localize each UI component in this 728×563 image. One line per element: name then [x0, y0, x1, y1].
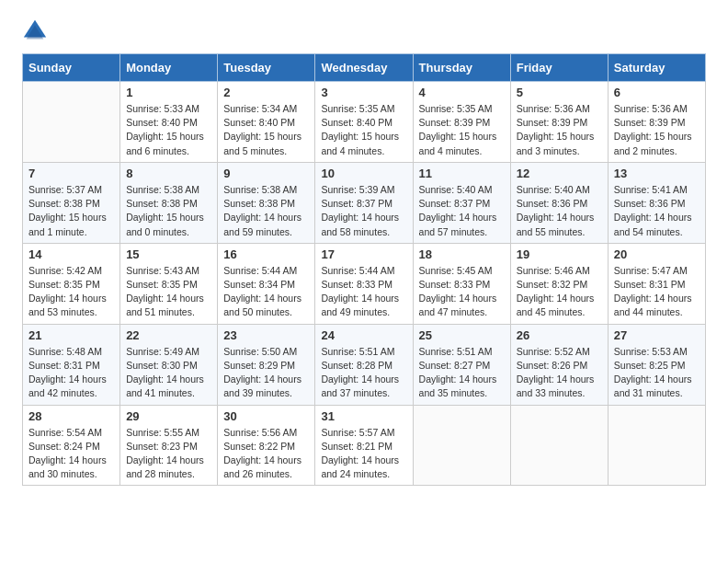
calendar-table: SundayMondayTuesdayWednesdayThursdayFrid… — [22, 53, 706, 486]
calendar-cell: 26 Sunrise: 5:52 AMSunset: 8:26 PMDaylig… — [510, 324, 608, 405]
calendar-cell: 18 Sunrise: 5:45 AMSunset: 8:33 PMDaylig… — [413, 243, 510, 324]
day-number: 2 — [223, 86, 309, 99]
calendar-cell: 13 Sunrise: 5:41 AMSunset: 8:36 PMDaylig… — [608, 162, 705, 243]
day-number: 13 — [614, 167, 700, 180]
day-info: Sunrise: 5:55 AMSunset: 8:23 PMDaylight:… — [126, 427, 204, 480]
calendar-cell: 5 Sunrise: 5:36 AMSunset: 8:39 PMDayligh… — [510, 82, 608, 163]
calendar-cell: 21 Sunrise: 5:48 AMSunset: 8:31 PMDaylig… — [23, 324, 120, 405]
day-info: Sunrise: 5:45 AMSunset: 8:33 PMDaylight:… — [419, 265, 497, 318]
day-info: Sunrise: 5:56 AMSunset: 8:22 PMDaylight:… — [223, 427, 301, 480]
day-info: Sunrise: 5:42 AMSunset: 8:35 PMDaylight:… — [28, 265, 107, 318]
day-number: 29 — [126, 409, 211, 423]
day-number: 11 — [419, 167, 505, 180]
calendar-cell: 8 Sunrise: 5:38 AMSunset: 8:38 PMDayligh… — [120, 162, 218, 243]
day-info: Sunrise: 5:54 AMSunset: 8:24 PMDaylight:… — [28, 427, 107, 480]
weekday-header-friday: Friday — [510, 54, 608, 82]
day-number: 23 — [223, 328, 309, 342]
day-info: Sunrise: 5:48 AMSunset: 8:31 PMDaylight:… — [28, 346, 107, 399]
calendar-cell: 16 Sunrise: 5:44 AMSunset: 8:34 PMDaylig… — [218, 243, 315, 324]
calendar-cell: 25 Sunrise: 5:51 AMSunset: 8:27 PMDaylig… — [413, 324, 510, 405]
calendar-cell: 9 Sunrise: 5:38 AMSunset: 8:38 PMDayligh… — [218, 162, 315, 243]
day-number: 19 — [517, 247, 602, 261]
logo-icon — [22, 18, 48, 44]
day-info: Sunrise: 5:40 AMSunset: 8:37 PMDaylight:… — [419, 184, 497, 237]
calendar-cell: 27 Sunrise: 5:53 AMSunset: 8:25 PMDaylig… — [608, 324, 705, 405]
calendar-cell: 31 Sunrise: 5:57 AMSunset: 8:21 PMDaylig… — [315, 405, 413, 486]
calendar-cell: 2 Sunrise: 5:34 AMSunset: 8:40 PMDayligh… — [218, 82, 315, 163]
calendar-cell: 23 Sunrise: 5:50 AMSunset: 8:29 PMDaylig… — [218, 324, 315, 405]
day-info: Sunrise: 5:37 AMSunset: 8:38 PMDaylight:… — [28, 184, 107, 237]
day-number: 31 — [321, 409, 406, 423]
day-info: Sunrise: 5:44 AMSunset: 8:33 PMDaylight:… — [321, 265, 399, 318]
calendar-cell: 1 Sunrise: 5:33 AMSunset: 8:40 PMDayligh… — [120, 82, 218, 163]
calendar-cell: 17 Sunrise: 5:44 AMSunset: 8:33 PMDaylig… — [315, 243, 413, 324]
calendar-cell — [413, 405, 510, 486]
day-info: Sunrise: 5:47 AMSunset: 8:31 PMDaylight:… — [614, 265, 692, 318]
day-number: 17 — [321, 247, 406, 261]
day-info: Sunrise: 5:44 AMSunset: 8:34 PMDaylight:… — [223, 265, 301, 318]
day-number: 15 — [126, 247, 211, 261]
day-number: 4 — [419, 86, 505, 99]
calendar-cell: 11 Sunrise: 5:40 AMSunset: 8:37 PMDaylig… — [413, 162, 510, 243]
calendar-cell: 22 Sunrise: 5:49 AMSunset: 8:30 PMDaylig… — [120, 324, 218, 405]
day-number: 5 — [517, 86, 602, 99]
day-info: Sunrise: 5:38 AMSunset: 8:38 PMDaylight:… — [126, 184, 204, 237]
day-number: 27 — [614, 328, 700, 342]
day-info: Sunrise: 5:33 AMSunset: 8:40 PMDaylight:… — [126, 103, 204, 156]
day-number: 8 — [126, 167, 211, 180]
day-info: Sunrise: 5:43 AMSunset: 8:35 PMDaylight:… — [126, 265, 204, 318]
weekday-header-monday: Monday — [120, 54, 218, 82]
weekday-header-sunday: Sunday — [23, 54, 120, 82]
calendar-cell: 20 Sunrise: 5:47 AMSunset: 8:31 PMDaylig… — [608, 243, 705, 324]
calendar-cell — [510, 405, 608, 486]
day-number: 22 — [126, 328, 211, 342]
day-info: Sunrise: 5:50 AMSunset: 8:29 PMDaylight:… — [223, 346, 301, 399]
calendar-cell: 24 Sunrise: 5:51 AMSunset: 8:28 PMDaylig… — [315, 324, 413, 405]
page-header — [22, 18, 706, 44]
day-number: 25 — [419, 328, 505, 342]
weekday-header-saturday: Saturday — [608, 54, 705, 82]
day-number: 6 — [614, 86, 700, 99]
day-info: Sunrise: 5:35 AMSunset: 8:39 PMDaylight:… — [419, 103, 497, 156]
day-info: Sunrise: 5:49 AMSunset: 8:30 PMDaylight:… — [126, 346, 204, 399]
day-number: 10 — [321, 167, 406, 180]
day-info: Sunrise: 5:52 AMSunset: 8:26 PMDaylight:… — [517, 346, 595, 399]
day-number: 28 — [28, 409, 114, 423]
calendar-cell: 4 Sunrise: 5:35 AMSunset: 8:39 PMDayligh… — [413, 82, 510, 163]
calendar-cell: 15 Sunrise: 5:43 AMSunset: 8:35 PMDaylig… — [120, 243, 218, 324]
day-info: Sunrise: 5:36 AMSunset: 8:39 PMDaylight:… — [614, 103, 692, 156]
day-number: 20 — [614, 247, 700, 261]
calendar-cell: 29 Sunrise: 5:55 AMSunset: 8:23 PMDaylig… — [120, 405, 218, 486]
day-number: 18 — [419, 247, 505, 261]
calendar-cell — [608, 405, 705, 486]
calendar-week-3: 14 Sunrise: 5:42 AMSunset: 8:35 PMDaylig… — [23, 243, 706, 324]
calendar-cell: 6 Sunrise: 5:36 AMSunset: 8:39 PMDayligh… — [608, 82, 705, 163]
calendar-cell: 10 Sunrise: 5:39 AMSunset: 8:37 PMDaylig… — [315, 162, 413, 243]
calendar-week-2: 7 Sunrise: 5:37 AMSunset: 8:38 PMDayligh… — [23, 162, 706, 243]
weekday-header-thursday: Thursday — [413, 54, 510, 82]
day-number: 16 — [223, 247, 309, 261]
calendar-cell: 12 Sunrise: 5:40 AMSunset: 8:36 PMDaylig… — [510, 162, 608, 243]
calendar-week-4: 21 Sunrise: 5:48 AMSunset: 8:31 PMDaylig… — [23, 324, 706, 405]
day-info: Sunrise: 5:36 AMSunset: 8:39 PMDaylight:… — [517, 103, 595, 156]
day-number: 24 — [321, 328, 406, 342]
calendar-cell: 19 Sunrise: 5:46 AMSunset: 8:32 PMDaylig… — [510, 243, 608, 324]
weekday-header-wednesday: Wednesday — [315, 54, 413, 82]
day-info: Sunrise: 5:51 AMSunset: 8:28 PMDaylight:… — [321, 346, 399, 399]
calendar-week-5: 28 Sunrise: 5:54 AMSunset: 8:24 PMDaylig… — [23, 405, 706, 486]
day-info: Sunrise: 5:51 AMSunset: 8:27 PMDaylight:… — [419, 346, 497, 399]
day-info: Sunrise: 5:41 AMSunset: 8:36 PMDaylight:… — [614, 184, 692, 237]
calendar-cell: 28 Sunrise: 5:54 AMSunset: 8:24 PMDaylig… — [23, 405, 120, 486]
day-number: 9 — [223, 167, 309, 180]
day-number: 1 — [126, 86, 211, 99]
calendar-week-1: 1 Sunrise: 5:33 AMSunset: 8:40 PMDayligh… — [23, 82, 706, 163]
day-info: Sunrise: 5:39 AMSunset: 8:37 PMDaylight:… — [321, 184, 399, 237]
day-number: 3 — [321, 86, 406, 99]
day-number: 7 — [28, 167, 114, 180]
calendar-cell: 30 Sunrise: 5:56 AMSunset: 8:22 PMDaylig… — [218, 405, 315, 486]
calendar-cell: 3 Sunrise: 5:35 AMSunset: 8:40 PMDayligh… — [315, 82, 413, 163]
calendar-cell: 14 Sunrise: 5:42 AMSunset: 8:35 PMDaylig… — [23, 243, 120, 324]
day-number: 12 — [517, 167, 602, 180]
day-info: Sunrise: 5:38 AMSunset: 8:38 PMDaylight:… — [223, 184, 301, 237]
calendar-cell: 7 Sunrise: 5:37 AMSunset: 8:38 PMDayligh… — [23, 162, 120, 243]
